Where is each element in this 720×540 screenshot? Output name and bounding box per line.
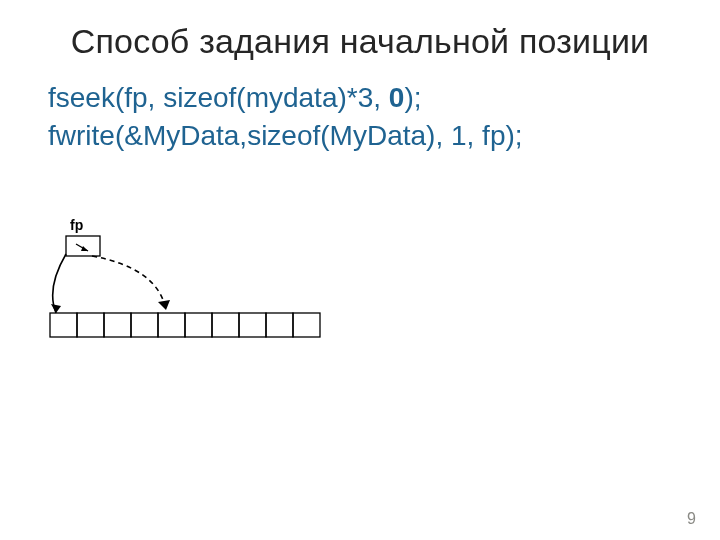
svg-marker-3	[158, 300, 170, 310]
svg-rect-12	[266, 313, 293, 337]
svg-marker-2	[51, 304, 61, 313]
svg-rect-5	[77, 313, 104, 337]
code-block: fseek(fp, sizeof(mydata)*3, 0); fwrite(&…	[0, 79, 720, 155]
code-line-2: fwrite(&MyData,sizeof(MyData), 1, fp);	[48, 117, 672, 155]
code-line-1-bold: 0	[389, 82, 405, 113]
svg-rect-8	[158, 313, 185, 337]
svg-rect-13	[293, 313, 320, 337]
slide-title: Cпособ задания начальной позиции	[0, 0, 720, 79]
svg-rect-4	[50, 313, 77, 337]
svg-rect-10	[212, 313, 239, 337]
cells-row	[50, 313, 320, 337]
fseek-diagram: fp	[48, 218, 368, 348]
svg-marker-1	[81, 246, 88, 251]
fp-label: fp	[70, 218, 83, 233]
svg-rect-6	[104, 313, 131, 337]
solid-arrow	[51, 254, 66, 313]
code-line-1-left: fseek(fp, sizeof(mydata)*3,	[48, 82, 389, 113]
page-number: 9	[687, 510, 696, 528]
fp-box-arrow	[76, 244, 88, 251]
svg-rect-11	[239, 313, 266, 337]
dashed-arrow	[92, 256, 170, 310]
svg-rect-9	[185, 313, 212, 337]
code-line-1-right: );	[404, 82, 421, 113]
code-line-1: fseek(fp, sizeof(mydata)*3, 0);	[48, 79, 672, 117]
svg-rect-7	[131, 313, 158, 337]
